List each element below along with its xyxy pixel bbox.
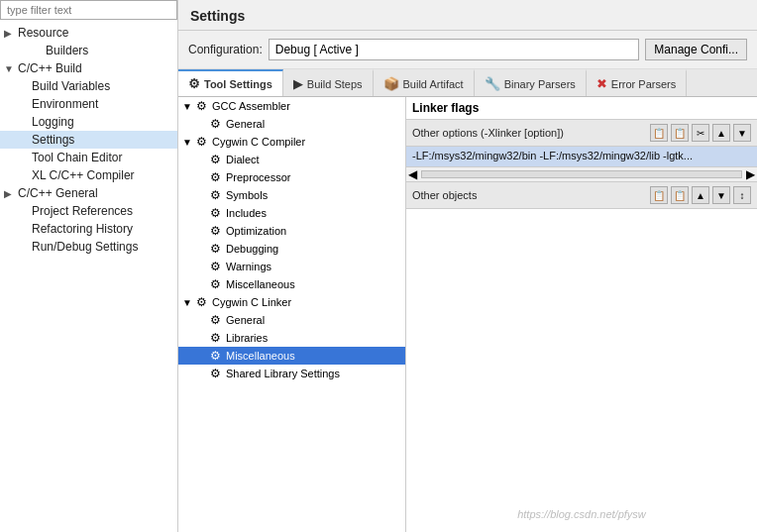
sidebar-item-settings[interactable]: Settings — [0, 131, 177, 149]
ct-item-label: General — [226, 118, 265, 130]
ct-libraries[interactable]: ⚙ Libraries — [178, 329, 405, 347]
obj-move-down-button[interactable]: ▼ — [712, 186, 730, 204]
obj-move-up-button[interactable]: ▲ — [692, 186, 709, 204]
dialect-icon: ⚙ — [210, 153, 226, 166]
warn-icon: ⚙ — [210, 260, 226, 273]
ct-warnings[interactable]: ⚙ Warnings — [178, 258, 405, 275]
config-label: Configuration: — [188, 43, 263, 56]
misc2-icon: ⚙ — [210, 349, 226, 363]
tabs-bar: ⚙ Tool Settings ▶ Build Steps 📦 Build Ar… — [178, 69, 757, 97]
horizontal-scrollbar[interactable]: ◀ ▶ — [406, 166, 757, 182]
obj-copy-button-1[interactable]: 📋 — [650, 186, 668, 204]
lib-icon: ⚙ — [210, 331, 226, 345]
sidebar-item-label: Settings — [32, 133, 74, 147]
ct-linker-general[interactable]: ⚙ General — [178, 311, 405, 329]
sidebar-item-logging[interactable]: Logging — [0, 113, 177, 131]
config-row: Configuration: Debug [ Active ] Manage C… — [178, 31, 757, 69]
sidebar-item-label: Logging — [32, 115, 74, 129]
option-actions: 📋 📋 ✂ ▲ ▼ — [650, 124, 751, 142]
linker-value: -LF:/msys32/mingw32/bin -LF:/msys32/ming… — [412, 150, 693, 161]
sidebar-item-ccgeneral[interactable]: ▶ C/C++ General — [0, 184, 177, 202]
symbols-icon: ⚙ — [210, 188, 226, 202]
copy-button-2[interactable]: 📋 — [671, 124, 689, 142]
sidebar-item-rundebug[interactable]: Run/Debug Settings — [0, 238, 177, 256]
ct-item-label: Libraries — [226, 332, 268, 344]
ct-optimization[interactable]: ⚙ Optimization — [178, 222, 405, 240]
binary-icon: 🔧 — [485, 76, 500, 91]
sidebar-item-builders[interactable]: Builders — [0, 42, 177, 59]
includes-icon: ⚙ — [210, 206, 226, 220]
tab-tool-settings[interactable]: ⚙ Tool Settings — [178, 69, 283, 96]
ct-includes[interactable]: ⚙ Includes — [178, 204, 405, 222]
tab-build-steps[interactable]: ▶ Build Steps — [283, 69, 374, 96]
sidebar-item-resource[interactable]: ▶ Resource — [0, 24, 177, 42]
ct-cygwin-linker[interactable]: ▼ ⚙ Cygwin C Linker — [178, 293, 405, 311]
tab-binary-parsers[interactable]: 🔧 Binary Parsers — [475, 69, 587, 96]
scroll-right-icon[interactable]: ▶ — [746, 167, 755, 181]
move-down-button[interactable]: ▼ — [733, 124, 751, 142]
ct-item-label: GCC Assembler — [212, 100, 290, 112]
ct-cygwin-compiler[interactable]: ▼ ⚙ Cygwin C Compiler — [178, 133, 405, 151]
linker-flags-section: Linker flags — [406, 97, 757, 119]
ct-gcc-general[interactable]: ⚙ General — [178, 115, 405, 133]
sidebar-item-refactoring[interactable]: Refactoring History — [0, 220, 177, 238]
other-options-label: Other options (-Xlinker [option]) — [412, 127, 564, 139]
sidebar-item-projrefs[interactable]: Project References — [0, 202, 177, 220]
ct-misc-linker[interactable]: ⚙ Miscellaneous — [178, 347, 405, 365]
linker-value-row: -LF:/msys32/mingw32/bin -LF:/msys32/ming… — [406, 147, 757, 166]
obj-extra-button[interactable]: ↕ — [733, 186, 751, 204]
ct-misc-compiler[interactable]: ⚙ Miscellaneous — [178, 275, 405, 293]
tool-settings-tree: ▼ ⚙ GCC Assembler ⚙ General ▼ ⚙ Cygwin C… — [178, 97, 406, 532]
linker-flags-label: Linker flags — [412, 101, 479, 115]
misc-icon: ⚙ — [210, 277, 226, 291]
content-area: ▼ ⚙ GCC Assembler ⚙ General ▼ ⚙ Cygwin C… — [178, 97, 757, 532]
ct-preprocessor[interactable]: ⚙ Preprocessor — [178, 168, 405, 186]
ct-gcc-assembler[interactable]: ▼ ⚙ GCC Assembler — [178, 97, 405, 115]
manage-config-button[interactable]: Manage Confi... — [645, 39, 747, 60]
sidebar-item-toolchain[interactable]: Tool Chain Editor — [0, 149, 177, 166]
tab-error-parsers[interactable]: ✖ Error Parsers — [587, 69, 687, 96]
steps-icon: ▶ — [293, 76, 303, 91]
sidebar-item-label: Resource — [18, 26, 68, 40]
ct-item-label: Debugging — [226, 243, 278, 255]
sidebar-item-ccbuild[interactable]: ▼ C/C++ Build — [0, 59, 177, 77]
compiler-icon: ⚙ — [196, 135, 212, 149]
other-objects-label: Other objects — [412, 189, 477, 201]
ct-item-label: Shared Library Settings — [226, 368, 340, 379]
ct-item-label: Miscellaneous — [226, 278, 295, 290]
sidebar-item-label: Project References — [32, 204, 133, 218]
copy-button-1[interactable]: 📋 — [650, 124, 668, 142]
assembler-icon: ⚙ — [196, 99, 212, 113]
sidebar-item-label: XL C/C++ Compiler — [32, 168, 135, 182]
ct-shared-lib[interactable]: ⚙ Shared Library Settings — [178, 365, 405, 382]
sidebar-item-environment[interactable]: Environment — [0, 95, 177, 113]
sidebar: ▶ Resource Builders ▼ C/C++ Build Build … — [0, 0, 178, 532]
tab-build-artifact[interactable]: 📦 Build Artifact — [374, 69, 475, 96]
ct-item-label: Symbols — [226, 189, 268, 201]
other-options-row: Other options (-Xlinker [option]) 📋 📋 ✂ … — [406, 119, 757, 147]
other-objects-actions: 📋 📋 ▲ ▼ ↕ — [650, 186, 751, 204]
ct-dialect[interactable]: ⚙ Dialect — [178, 151, 405, 168]
sidebar-item-label: Builders — [46, 44, 88, 57]
ct-item-label: General — [226, 314, 265, 326]
main-header: Settings — [178, 0, 757, 31]
ct-debugging[interactable]: ⚙ Debugging — [178, 240, 405, 258]
scroll-track[interactable] — [421, 170, 742, 178]
sidebar-item-label: C/C++ General — [18, 186, 98, 200]
sidebar-tree: ▶ Resource Builders ▼ C/C++ Build Build … — [0, 20, 177, 532]
cut-button[interactable]: ✂ — [692, 124, 709, 142]
scroll-left-icon[interactable]: ◀ — [408, 167, 417, 181]
arrow-icon: ▶ — [4, 188, 18, 199]
move-up-button[interactable]: ▲ — [712, 124, 730, 142]
filter-input[interactable] — [0, 0, 177, 20]
tab-label: Tool Settings — [204, 78, 272, 90]
arrow-icon: ▼ — [4, 63, 18, 74]
tab-label: Build Steps — [307, 78, 363, 90]
config-select[interactable]: Debug [ Active ] — [269, 39, 640, 60]
sidebar-item-xlcompiler[interactable]: XL C/C++ Compiler — [0, 166, 177, 184]
sidebar-item-buildvars[interactable]: Build Variables — [0, 77, 177, 95]
tab-label: Build Artifact — [403, 78, 464, 90]
ct-symbols[interactable]: ⚙ Symbols — [178, 186, 405, 204]
ct-item-label: Warnings — [226, 261, 271, 272]
obj-copy-button-2[interactable]: 📋 — [671, 186, 689, 204]
